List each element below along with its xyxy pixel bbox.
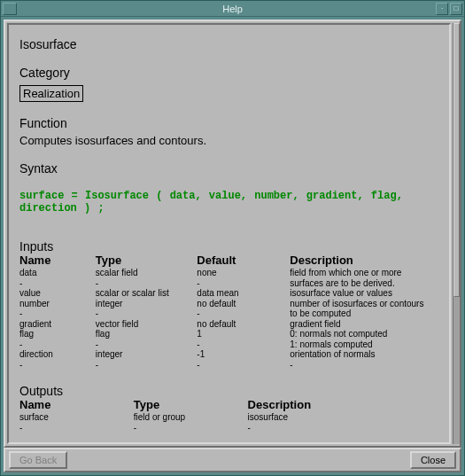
vertical-scrollbar[interactable] [453, 23, 460, 444]
cell-name: number [19, 299, 96, 309]
go-back-button[interactable]: Go Back [9, 451, 67, 469]
help-window: Help · □ Isosurface Category Realization… [0, 0, 465, 476]
cell-desc: gradient field [290, 319, 442, 330]
scrollbar-thumb[interactable] [453, 23, 460, 297]
cell-name: gradient [19, 319, 96, 330]
cell-type: scalar or scalar list [96, 288, 197, 299]
window-title: Help [1, 4, 464, 14]
table-row: ---surfaces are to be derived. [19, 278, 442, 289]
table-row: --- [19, 423, 442, 433]
table-header-row: Name Type Description [19, 398, 442, 412]
table-row: surfacefield or groupisosurface [19, 412, 442, 423]
cell-type: integer [96, 349, 197, 360]
cell-name: - [19, 278, 96, 289]
function-description: Computes isosurfaces and contours. [19, 134, 442, 147]
cell-name: surface [19, 412, 134, 423]
cell-desc: isosurface value or values [290, 288, 442, 299]
heading-syntax: Syntax [19, 161, 442, 176]
cell-desc: - [248, 423, 442, 433]
cell-name: value [19, 288, 96, 299]
col-type: Type [134, 398, 248, 412]
cell-desc: surfaces are to be derived. [290, 278, 442, 289]
cell-def: - [197, 360, 290, 371]
col-type: Type [96, 254, 197, 268]
cell-name: - [19, 339, 96, 350]
syntax-code: surface = Isosurface ( data, value, numb… [19, 190, 442, 215]
table-row: gradientvector fieldno defaultgradient f… [19, 319, 442, 330]
cell-desc: isosurface [248, 412, 442, 423]
cell-type: scalar field [96, 268, 197, 278]
col-name: Name [19, 254, 96, 268]
cell-desc: 1: normals computed [290, 339, 442, 350]
col-description: Description [248, 398, 442, 412]
cell-name: - [19, 360, 96, 371]
cell-type: - [96, 339, 197, 350]
cell-type: - [96, 360, 197, 371]
cell-name: - [19, 423, 134, 433]
cell-name: - [19, 308, 96, 319]
cell-type: vector field [96, 319, 197, 330]
window-controls: · □ [436, 3, 462, 15]
heading-function: Function [19, 116, 442, 130]
minimize-icon[interactable]: · [436, 3, 448, 15]
inputs-table: Name Type Default Description datascalar… [19, 254, 442, 370]
cell-def: - [197, 308, 290, 319]
cell-desc: to be computed [290, 308, 442, 319]
help-content: Isosurface Category Realization Function… [7, 23, 451, 444]
cell-def: - [197, 339, 290, 350]
col-name: Name [19, 398, 134, 412]
table-header-row: Name Type Default Description [19, 254, 442, 268]
heading-inputs: Inputs [19, 239, 442, 254]
titlebar[interactable]: Help · □ [1, 1, 464, 17]
col-default: Default [197, 254, 290, 268]
cell-def: no default [197, 319, 290, 330]
table-row: flagflag10: normals not computed [19, 329, 442, 339]
cell-type: flag [96, 329, 197, 339]
cell-name: direction [19, 349, 96, 360]
cell-type: - [134, 423, 248, 433]
cell-type: integer [96, 299, 197, 309]
table-row: ---- [19, 360, 442, 371]
heading-category: Category [19, 66, 442, 80]
cell-desc: - [290, 360, 442, 371]
table-row: valuescalar or scalar listdata meanisosu… [19, 288, 442, 299]
cell-desc: field from which one or more [290, 268, 442, 278]
cell-desc: 0: normals not computed [290, 329, 442, 339]
cell-def: 1 [197, 329, 290, 339]
cell-name: flag [19, 329, 96, 339]
category-link[interactable]: Realization [19, 85, 83, 102]
maximize-icon[interactable]: □ [450, 3, 462, 15]
button-bar: Go Back Close [4, 448, 461, 472]
table-row: ---1: normals computed [19, 339, 442, 350]
cell-type: - [96, 308, 197, 319]
cell-type: - [96, 278, 197, 289]
outputs-table: Name Type Description surfacefield or gr… [19, 398, 442, 433]
cell-def: data mean [197, 288, 290, 299]
cell-desc: number of isosurfaces or contours [290, 299, 442, 309]
cell-desc: orientation of normals [290, 349, 442, 360]
cell-type: field or group [134, 412, 248, 423]
table-row: datascalar fieldnonefield from which one… [19, 268, 442, 278]
cell-def: -1 [197, 349, 290, 360]
col-description: Description [290, 254, 442, 268]
table-row: directioninteger-1orientation of normals [19, 349, 442, 360]
cell-name: data [19, 268, 96, 278]
content-frame: Isosurface Category Realization Function… [4, 20, 461, 448]
cell-def: no default [197, 299, 290, 309]
heading-outputs: Outputs [19, 384, 442, 398]
cell-def: none [197, 268, 290, 278]
close-button[interactable]: Close [410, 451, 456, 469]
table-row: numberintegerno defaultnumber of isosurf… [19, 299, 442, 309]
cell-def: - [197, 278, 290, 289]
table-row: ---to be computed [19, 308, 442, 319]
module-name: Isosurface [19, 37, 442, 51]
